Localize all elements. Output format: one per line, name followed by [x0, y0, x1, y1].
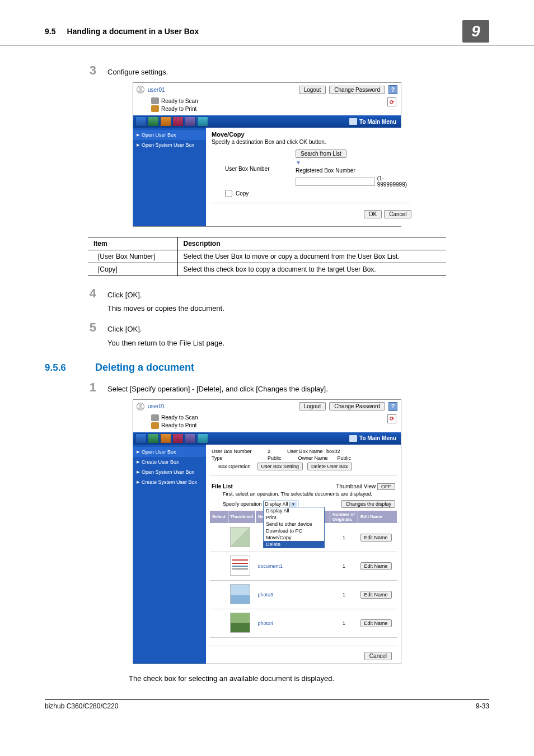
side-nav: ▶Open User Box ▶Open System User Box — [133, 128, 206, 226]
step-number: 5 — [84, 320, 96, 335]
panel-desc: Specify a destination Box and click OK b… — [212, 139, 411, 145]
step-number: 1 — [84, 380, 96, 395]
thumbnail-toggle-button[interactable]: OFF — [377, 483, 395, 490]
th-description: Description — [177, 237, 446, 250]
edit-name-button[interactable]: Edit Name — [360, 619, 392, 627]
item-description-table: Item Description [User Box Number] Selec… — [88, 237, 446, 276]
edit-name-button[interactable]: Edit Name — [360, 562, 392, 570]
registered-box-label: Registered Box Number — [296, 167, 355, 174]
search-from-list-button[interactable]: Search from List — [296, 150, 346, 158]
change-password-button[interactable]: Change Password — [329, 86, 385, 94]
step-subtext: This moves or copies the document. — [107, 304, 224, 314]
owner-val: Public — [338, 455, 352, 461]
ubname-key: User Box Name — [287, 449, 326, 454]
num-originals: 1 — [330, 552, 358, 580]
type-key: Type — [212, 455, 268, 461]
toolbar-icon[interactable] — [135, 433, 147, 444]
user-icon — [137, 86, 144, 94]
change-password-button[interactable]: Change Password — [329, 402, 385, 410]
nav-open-user-box[interactable]: ▶Open User Box — [133, 447, 206, 457]
specify-operation-dropdown: Display All Print Send to other device D… — [263, 507, 325, 548]
document-name-link[interactable]: photo4 — [258, 620, 274, 626]
ubn-key: User Box Number — [212, 449, 268, 454]
option-move-copy[interactable]: Move/Copy — [264, 534, 324, 541]
step-text: Configure settings. — [107, 67, 168, 77]
changes-display-button[interactable]: Changes the display — [341, 500, 395, 508]
num-originals: 1 — [330, 609, 358, 637]
specify-operation-select[interactable]: Display All▾ Display All Print Send to o… — [263, 501, 298, 507]
refresh-icon[interactable]: ⟳ — [387, 414, 396, 423]
cancel-button[interactable]: Cancel — [364, 652, 392, 660]
step-text: Click [OK]. — [107, 290, 224, 300]
user-box-setting-button[interactable]: User Box Setting — [257, 463, 303, 470]
toolbar-icon[interactable] — [160, 116, 171, 127]
step-number: 4 — [84, 286, 96, 301]
to-main-menu-button[interactable]: To Main Menu — [345, 115, 401, 128]
edit-name-button[interactable]: Edit Name — [360, 591, 392, 599]
step-text: Click [OK]. — [107, 324, 224, 334]
username: user01 — [148, 403, 165, 409]
ok-button[interactable]: OK — [364, 210, 382, 218]
nav-create-system-user-box[interactable]: ▶Create System User Box — [133, 477, 206, 487]
range-hint: (1-999999999) — [377, 175, 412, 188]
ready-scan-label: Ready to Scan — [161, 98, 198, 104]
nav-create-user-box[interactable]: ▶Create User Box — [133, 457, 206, 467]
toolbar-icon[interactable] — [148, 433, 159, 444]
chevron-down-icon: ▾ — [289, 502, 297, 507]
toolbar-icon[interactable] — [197, 433, 208, 444]
to-main-label: To Main Menu — [359, 119, 396, 125]
toolbar-icon[interactable] — [172, 116, 184, 127]
nav-open-user-box[interactable]: ▶Open User Box — [133, 130, 206, 140]
logout-button[interactable]: Logout — [299, 402, 326, 410]
toolbar-icon[interactable] — [185, 116, 196, 127]
file-list-note: First, select an operation. The selectab… — [209, 491, 397, 499]
num-originals: 1 — [330, 523, 358, 552]
option-display-all[interactable]: Display All — [264, 507, 324, 514]
edit-name-button[interactable]: Edit Name — [360, 534, 392, 542]
th-num-originals: Number of Originals — [330, 510, 358, 523]
document-name-link[interactable]: photo3 — [258, 592, 274, 598]
nav-open-system-user-box[interactable]: ▶Open System User Box — [133, 140, 206, 150]
num-originals: 1 — [330, 580, 358, 609]
nav-open-system-user-box[interactable]: ▶Open System User Box — [133, 467, 206, 477]
copy-label: Copy — [236, 190, 249, 197]
thumbnail-icon — [230, 556, 250, 576]
ready-print-label: Ready to Print — [161, 422, 196, 428]
user-icon — [137, 403, 144, 410]
dropdown-arrow-icon: ▼ — [296, 160, 301, 166]
refresh-icon[interactable]: ⟳ — [387, 97, 396, 106]
cancel-button[interactable]: Cancel — [384, 210, 411, 218]
help-icon[interactable]: ? — [388, 402, 397, 411]
panel-title: Move/Copy — [212, 131, 411, 138]
option-delete[interactable]: Delete — [264, 541, 324, 548]
toolbar-icon[interactable] — [135, 116, 147, 127]
logout-button[interactable]: Logout — [299, 86, 326, 94]
scanner-icon — [151, 97, 159, 104]
subsection-heading: 9.5.6 Deleting a document — [45, 362, 489, 374]
delete-user-box-button[interactable]: Delete User Box — [307, 463, 352, 470]
box-number-input[interactable] — [296, 178, 375, 186]
table-row: [User Box Number] Select the User Box to… — [88, 250, 446, 263]
section-number: 9.5 — [45, 27, 55, 36]
option-download[interactable]: Download to PC — [264, 528, 324, 534]
step-text: Select [Specify operation] - [Delete], a… — [107, 384, 328, 394]
section-title: Handling a document in a User Box — [67, 27, 199, 36]
file-row: document1 1 Edit Name — [210, 552, 397, 580]
to-main-label: To Main Menu — [359, 435, 396, 441]
th-thumbnail: Thumbnail — [228, 510, 255, 523]
user-box-number-label: User Box Number — [212, 166, 296, 172]
help-icon[interactable]: ? — [388, 85, 397, 94]
document-name-link[interactable]: document1 — [258, 563, 283, 569]
option-print[interactable]: Print — [264, 514, 324, 521]
main-menu-icon — [349, 435, 357, 442]
toolbar-icon[interactable] — [160, 433, 171, 444]
toolbar-icon[interactable] — [148, 116, 159, 127]
step-number: 3 — [84, 63, 96, 78]
step-subtext: You then return to the File List page. — [107, 338, 224, 348]
option-send[interactable]: Send to other device — [264, 521, 324, 528]
copy-checkbox[interactable] — [225, 190, 232, 197]
toolbar-icon[interactable] — [172, 433, 184, 444]
toolbar-icon[interactable] — [185, 433, 196, 444]
to-main-menu-button[interactable]: To Main Menu — [345, 432, 401, 445]
toolbar-icon[interactable] — [197, 116, 208, 127]
